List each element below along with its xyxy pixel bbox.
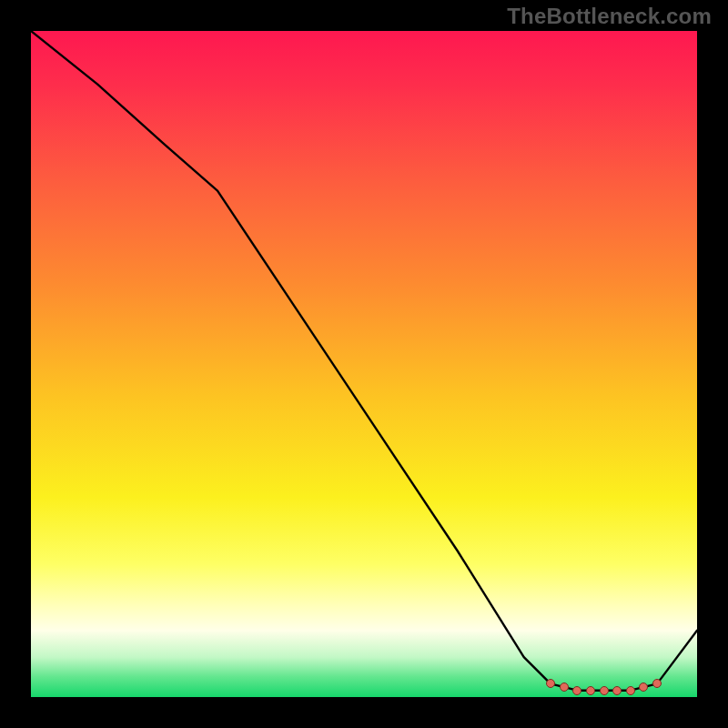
sweet-spot-marker bbox=[612, 686, 622, 695]
sweet-spot-marker bbox=[586, 686, 595, 695]
sweet-spot-marker bbox=[639, 682, 648, 692]
watermark-label: TheBottleneck.com bbox=[507, 4, 712, 29]
chart-frame: TheBottleneck.com bbox=[0, 0, 728, 728]
sweet-spot-marker bbox=[560, 682, 569, 692]
sweet-spot-marker bbox=[572, 686, 581, 695]
sweet-spot-marker bbox=[546, 679, 555, 688]
sweet-spot-marker bbox=[626, 686, 635, 695]
marker-layer bbox=[31, 31, 697, 697]
sweet-spot-marker bbox=[600, 686, 609, 695]
sweet-spot-marker bbox=[652, 679, 662, 688]
plot-area bbox=[31, 31, 697, 697]
